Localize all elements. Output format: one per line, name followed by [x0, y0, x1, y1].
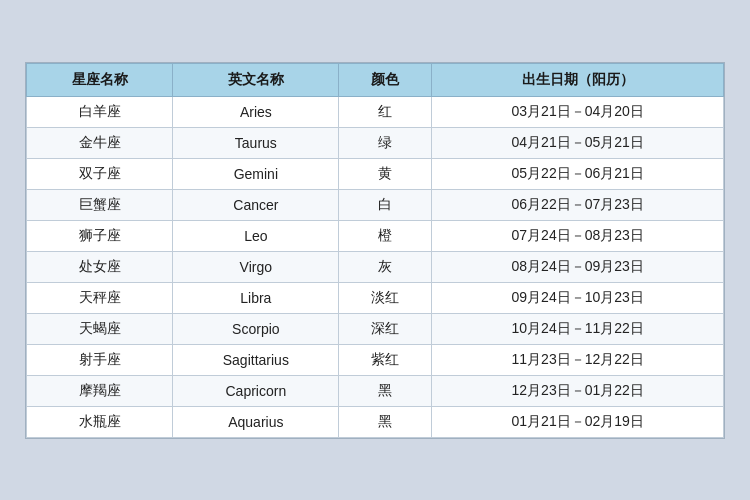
cell-dates: 09月24日－10月23日 — [432, 282, 724, 313]
zodiac-table-container: 星座名称 英文名称 颜色 出生日期（阳历） 白羊座Aries红03月21日－04… — [25, 62, 725, 439]
table-row: 天蝎座Scorpio深红10月24日－11月22日 — [27, 313, 724, 344]
cell-chinese-name: 狮子座 — [27, 220, 173, 251]
cell-color: 红 — [339, 96, 432, 127]
cell-color: 淡红 — [339, 282, 432, 313]
cell-chinese-name: 射手座 — [27, 344, 173, 375]
cell-dates: 07月24日－08月23日 — [432, 220, 724, 251]
cell-color: 紫红 — [339, 344, 432, 375]
cell-english-name: Scorpio — [173, 313, 339, 344]
header-color: 颜色 — [339, 63, 432, 96]
cell-chinese-name: 双子座 — [27, 158, 173, 189]
cell-color: 绿 — [339, 127, 432, 158]
cell-dates: 08月24日－09月23日 — [432, 251, 724, 282]
table-row: 白羊座Aries红03月21日－04月20日 — [27, 96, 724, 127]
cell-english-name: Aries — [173, 96, 339, 127]
cell-chinese-name: 水瓶座 — [27, 406, 173, 437]
table-row: 狮子座Leo橙07月24日－08月23日 — [27, 220, 724, 251]
cell-dates: 04月21日－05月21日 — [432, 127, 724, 158]
cell-color: 白 — [339, 189, 432, 220]
cell-color: 深红 — [339, 313, 432, 344]
cell-english-name: Gemini — [173, 158, 339, 189]
cell-chinese-name: 金牛座 — [27, 127, 173, 158]
cell-dates: 03月21日－04月20日 — [432, 96, 724, 127]
header-english-name: 英文名称 — [173, 63, 339, 96]
table-row: 双子座Gemini黄05月22日－06月21日 — [27, 158, 724, 189]
cell-color: 黑 — [339, 375, 432, 406]
cell-english-name: Cancer — [173, 189, 339, 220]
cell-english-name: Capricorn — [173, 375, 339, 406]
cell-chinese-name: 天秤座 — [27, 282, 173, 313]
cell-color: 橙 — [339, 220, 432, 251]
cell-english-name: Libra — [173, 282, 339, 313]
table-row: 巨蟹座Cancer白06月22日－07月23日 — [27, 189, 724, 220]
cell-english-name: Sagittarius — [173, 344, 339, 375]
cell-dates: 06月22日－07月23日 — [432, 189, 724, 220]
table-row: 处女座Virgo灰08月24日－09月23日 — [27, 251, 724, 282]
cell-dates: 01月21日－02月19日 — [432, 406, 724, 437]
cell-chinese-name: 巨蟹座 — [27, 189, 173, 220]
cell-color: 灰 — [339, 251, 432, 282]
cell-english-name: Aquarius — [173, 406, 339, 437]
cell-color: 黑 — [339, 406, 432, 437]
cell-chinese-name: 白羊座 — [27, 96, 173, 127]
cell-color: 黄 — [339, 158, 432, 189]
zodiac-table: 星座名称 英文名称 颜色 出生日期（阳历） 白羊座Aries红03月21日－04… — [26, 63, 724, 438]
table-row: 摩羯座Capricorn黑12月23日－01月22日 — [27, 375, 724, 406]
cell-dates: 12月23日－01月22日 — [432, 375, 724, 406]
cell-dates: 11月23日－12月22日 — [432, 344, 724, 375]
header-dates: 出生日期（阳历） — [432, 63, 724, 96]
table-row: 射手座Sagittarius紫红11月23日－12月22日 — [27, 344, 724, 375]
table-header-row: 星座名称 英文名称 颜色 出生日期（阳历） — [27, 63, 724, 96]
table-body: 白羊座Aries红03月21日－04月20日金牛座Taurus绿04月21日－0… — [27, 96, 724, 437]
cell-chinese-name: 摩羯座 — [27, 375, 173, 406]
cell-chinese-name: 处女座 — [27, 251, 173, 282]
cell-chinese-name: 天蝎座 — [27, 313, 173, 344]
cell-dates: 05月22日－06月21日 — [432, 158, 724, 189]
header-chinese-name: 星座名称 — [27, 63, 173, 96]
cell-dates: 10月24日－11月22日 — [432, 313, 724, 344]
cell-english-name: Leo — [173, 220, 339, 251]
table-row: 水瓶座Aquarius黑01月21日－02月19日 — [27, 406, 724, 437]
cell-english-name: Taurus — [173, 127, 339, 158]
table-row: 金牛座Taurus绿04月21日－05月21日 — [27, 127, 724, 158]
table-row: 天秤座Libra淡红09月24日－10月23日 — [27, 282, 724, 313]
cell-english-name: Virgo — [173, 251, 339, 282]
